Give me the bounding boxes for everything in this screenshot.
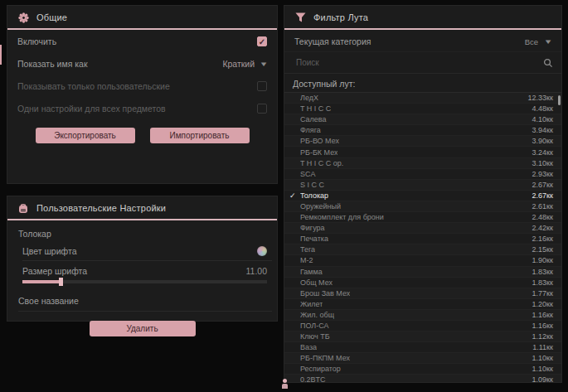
font-size-slider[interactable] bbox=[22, 280, 267, 283]
general-setting-row[interactable]: Включить ✓ bbox=[7, 30, 277, 52]
loot-list-item[interactable]: Фляга 3.94кк bbox=[284, 125, 561, 136]
list-scrollbar[interactable] bbox=[558, 95, 561, 105]
item-name: Оружейный bbox=[300, 202, 341, 211]
panel-general-title: Общие bbox=[36, 12, 67, 22]
panel-general: Общие Включить ✓ Показать имя как Кратки… bbox=[7, 5, 278, 184]
item-name: М-2 bbox=[300, 256, 313, 264]
font-size-value: 11.00 bbox=[246, 266, 268, 276]
loot-list-item[interactable]: Тега 2.15кк bbox=[284, 244, 561, 255]
loot-list-item[interactable]: ✓ Толокар 2.67кк bbox=[284, 191, 561, 201]
loot-list-item[interactable]: М-2 1.90кк bbox=[284, 255, 561, 266]
search-icon[interactable] bbox=[543, 58, 553, 68]
setting-checkbox[interactable]: ✓ bbox=[257, 36, 267, 46]
item-name: Жил. общ bbox=[300, 311, 334, 319]
loot-list-item[interactable]: S I C C 2.67кк bbox=[284, 180, 561, 191]
name-mode-value: Краткий bbox=[222, 59, 255, 69]
item-value: 2.67кк bbox=[532, 181, 553, 189]
name-mode-select[interactable]: Краткий▼ bbox=[222, 59, 267, 69]
item-name: Брош Зав Мех bbox=[300, 289, 350, 298]
item-name: Салева bbox=[300, 115, 327, 123]
custom-name-field[interactable]: Свое название bbox=[18, 290, 272, 312]
setting-checkbox[interactable] bbox=[257, 81, 267, 91]
loot-list-item[interactable]: T H I C C 4.48кк bbox=[284, 104, 561, 114]
loot-list-item[interactable]: Жил. общ 1.16кк bbox=[284, 310, 561, 321]
setting-label: Одни настройки для всех предметов bbox=[17, 104, 166, 114]
general-setting-row[interactable]: Одни настройки для всех предметов bbox=[7, 97, 277, 119]
setting-checkbox[interactable] bbox=[257, 104, 267, 114]
funnel-icon bbox=[294, 12, 306, 23]
font-size-row: Размер шрифта 11.00 bbox=[22, 261, 272, 276]
search-input[interactable] bbox=[294, 57, 543, 68]
item-name: T H I C C ор. bbox=[300, 159, 343, 167]
custom-name-label: Свое название bbox=[18, 296, 79, 306]
panel-filter-title: Фильтр Лута bbox=[313, 12, 368, 22]
panel-filter-header: Фильтр Лута bbox=[284, 6, 561, 30]
item-value: 2.15кк bbox=[532, 245, 553, 254]
loot-list-item[interactable]: Оружейный 2.61кк bbox=[284, 201, 561, 212]
panel-loot-filter: Фильтр Лута Текущая категория Все ▼ Дост… bbox=[284, 5, 562, 383]
slider-thumb[interactable] bbox=[59, 278, 63, 286]
item-name: Гамма bbox=[300, 268, 323, 276]
item-name: Ремкомплект для брони bbox=[300, 213, 384, 221]
item-name: Толокар bbox=[300, 191, 328, 200]
import-button[interactable]: Импортировать bbox=[150, 128, 250, 143]
item-value: 4.48кк bbox=[532, 104, 553, 113]
loot-list-item[interactable]: 0.2BTC 1.09кк bbox=[284, 375, 561, 382]
loot-list-item[interactable]: Общ Мех 1.83кк bbox=[284, 278, 561, 288]
category-select[interactable]: Все ▼ bbox=[525, 37, 551, 46]
item-value: 12.33кк bbox=[528, 94, 553, 102]
panel-general-header: Общие bbox=[7, 6, 277, 30]
item-value: 1.09кк bbox=[532, 375, 553, 382]
loot-list-item[interactable]: РБ-ПКПМ Мех 1.10кк bbox=[284, 353, 561, 364]
item-value: 1.83кк bbox=[532, 268, 553, 276]
loot-list-item[interactable]: Фигура 2.42кк bbox=[284, 223, 561, 234]
item-value: 2.42кк bbox=[532, 224, 553, 232]
item-name: Общ Мех bbox=[300, 278, 333, 287]
color-wheel-icon[interactable] bbox=[257, 246, 267, 256]
item-value: 1.16кк bbox=[532, 311, 553, 319]
item-value: 1.90кк bbox=[532, 256, 553, 264]
item-value: 1.20кк bbox=[532, 300, 553, 308]
chevron-down-icon: ▼ bbox=[543, 38, 552, 46]
general-setting-row[interactable]: Показывать только пользовательские bbox=[7, 75, 277, 97]
slider-fill bbox=[22, 280, 61, 283]
item-check-icon: ✓ bbox=[289, 191, 300, 200]
item-name: Жилет bbox=[300, 300, 323, 308]
item-value: 1.77кк bbox=[532, 289, 553, 298]
item-name: РБ-ВО Мех bbox=[300, 137, 339, 145]
export-button[interactable]: Экспортировать bbox=[36, 128, 135, 143]
setting-label: Показывать только пользовательские bbox=[17, 81, 170, 91]
loot-list-item[interactable]: Салева 4.10кк bbox=[284, 114, 561, 125]
loot-list-item[interactable]: Респиратор 1.10кк bbox=[284, 364, 561, 375]
loot-list-item[interactable]: Ваза 1.11кк bbox=[284, 342, 561, 353]
mod-config-screen: { "accent_color": "#d8a2aa", "panel_bg_c… bbox=[0, 0, 568, 392]
font-color-row[interactable]: Цвет шрифта bbox=[22, 241, 272, 261]
delete-button[interactable]: Удалить bbox=[90, 321, 196, 336]
general-setting-row[interactable]: Показать имя как Краткий▼ bbox=[7, 52, 277, 75]
setting-label: Включить bbox=[17, 36, 56, 46]
loot-list-item[interactable]: Ключ ТБ 1.12кк bbox=[284, 332, 561, 342]
loot-list-item[interactable]: Жилет 1.20кк bbox=[284, 299, 561, 310]
loot-list-item[interactable]: Брош Зав Мех 1.77кк bbox=[284, 288, 561, 299]
loot-list-item[interactable]: SCA 2.93кк bbox=[284, 169, 561, 180]
item-name: РБ-ПКПМ Мех bbox=[300, 354, 350, 362]
item-name: Ваза bbox=[300, 343, 317, 351]
loot-list-item[interactable]: РБ-ВО Мех 3.90кк bbox=[284, 136, 561, 147]
loot-list-item[interactable]: ЛедХ 12.33кк bbox=[284, 93, 561, 104]
loot-list-item[interactable]: Гамма 1.83кк bbox=[284, 267, 561, 278]
loot-list-item[interactable]: Печатка 2.16кк bbox=[284, 234, 561, 244]
loot-list-item[interactable]: РБ-БК Мех 3.24кк bbox=[284, 147, 561, 157]
item-name: ПОЛ-СА bbox=[300, 322, 329, 330]
gear-icon bbox=[17, 12, 29, 23]
item-name: SCA bbox=[300, 170, 316, 178]
loot-list-item[interactable]: ПОЛ-СА 1.16кк bbox=[284, 321, 561, 332]
loot-list: ЛедХ 12.33кк T H I C C 4.48кк Салева 4.1… bbox=[284, 92, 561, 382]
window-scroll-indicator[interactable] bbox=[0, 45, 2, 65]
panel-custom-header: Пользовательские Настройки bbox=[7, 196, 277, 220]
chevron-down-icon: ▼ bbox=[259, 60, 268, 68]
loot-list-item[interactable]: T H I C C ор. 3.10кк bbox=[284, 158, 561, 169]
item-value: 3.94кк bbox=[532, 126, 553, 134]
item-value: 3.24кк bbox=[532, 148, 553, 157]
loot-list-item[interactable]: Ремкомплект для брони 2.48кк bbox=[284, 212, 561, 223]
item-value: 2.48кк bbox=[532, 213, 553, 221]
